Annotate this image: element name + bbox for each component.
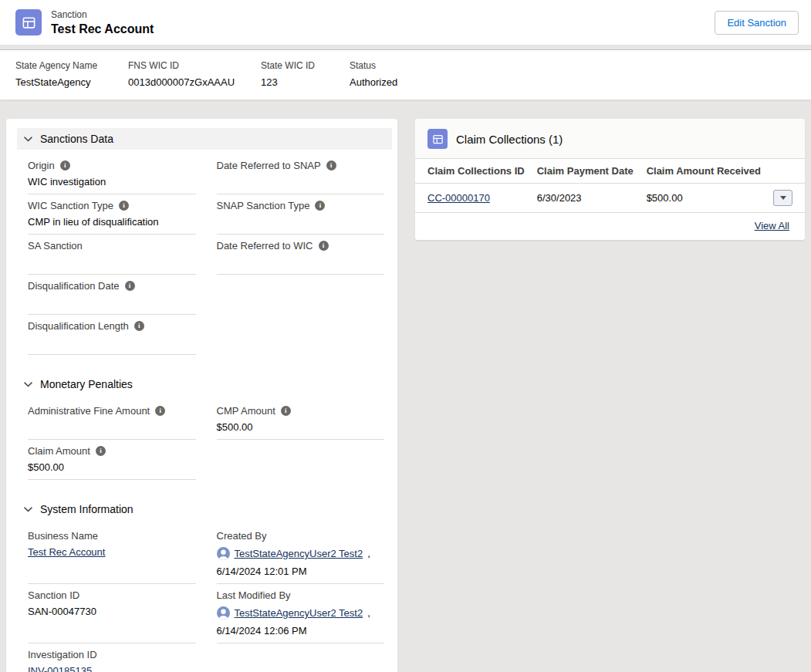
field-value	[217, 175, 385, 188]
field-label: Date Referred to SNAP	[217, 159, 385, 172]
field-investigation-id: Investigation ID INV-00185135	[28, 643, 196, 672]
field-sa-sanction: SA Sanction	[28, 235, 196, 275]
field-label: FNS WIC ID	[128, 60, 261, 71]
highlight-field-status: Status Authorized	[350, 60, 397, 89]
last-modified-date: 6/14/2024 12:06 PM	[217, 625, 385, 637]
field-claim-amount: Claim Amount $500.00	[28, 440, 196, 480]
related-list-footer: View All	[415, 213, 805, 240]
field-label: State WIC ID	[261, 60, 350, 71]
info-icon[interactable]	[60, 160, 70, 171]
edit-sanction-button[interactable]: Edit Sanction	[715, 11, 799, 35]
column-header-claim-collections-id: Claim Collections ID	[415, 159, 531, 184]
empty-slot	[217, 315, 385, 355]
business-name-link[interactable]: Test Rec Account	[28, 546, 105, 558]
created-by-date: 6/14/2024 12:01 PM	[217, 566, 385, 578]
field-snap-sanction-type: SNAP Sanction Type	[217, 194, 385, 235]
monetary-penalties-fields: Administrative Fine Amount CMP Amount $5…	[28, 400, 384, 480]
empty-slot	[217, 643, 385, 672]
field-origin: Origin WIC investigation	[28, 154, 196, 194]
cell-claim-amount-received: $500.00	[640, 184, 767, 213]
claim-collections-card: Claim Collections (1) Claim Collections …	[415, 119, 805, 240]
highlight-field-fns-wic-id: FNS WIC ID 0013d000007zGxAAAU	[128, 60, 261, 89]
field-label: Business Name	[28, 529, 196, 542]
created-by-user-link[interactable]: TestStateAgencyUser2 Test2	[235, 547, 363, 560]
field-value: WIC investigation	[28, 175, 196, 188]
chevron-down-icon	[23, 380, 33, 390]
comma-suffix: ,	[367, 606, 370, 620]
system-information-fields: Business Name Test Rec Account Created B…	[28, 525, 384, 672]
chevron-down-icon	[23, 134, 33, 144]
field-date-referred-to-snap: Date Referred to SNAP	[217, 154, 385, 194]
section-header-monetary-penalties[interactable]: Monetary Penalties	[17, 373, 392, 395]
field-cmp-amount: CMP Amount $500.00	[217, 400, 385, 440]
field-last-modified-by: Last Modified By TestStateAgencyUser2 Te…	[217, 584, 385, 643]
main-content: Sanctions Data Origin WIC investigation …	[0, 100, 811, 672]
cell-actions	[767, 184, 805, 213]
highlights-panel: State Agency Name TestStateAgency FNS WI…	[0, 49, 811, 100]
field-label: Origin	[28, 159, 196, 172]
comma-suffix: ,	[367, 547, 370, 560]
record-details-card: Sanctions Data Origin WIC investigation …	[6, 119, 397, 672]
field-administrative-fine-amount: Administrative Fine Amount	[28, 400, 196, 440]
investigation-id-link[interactable]: INV-00185135	[28, 665, 92, 672]
info-icon[interactable]	[326, 160, 336, 171]
cell-claim-collections-id: CC-00000170	[415, 184, 531, 213]
claim-collections-icon	[427, 129, 448, 149]
section-header-system-information[interactable]: System Information	[17, 498, 392, 520]
info-icon[interactable]	[315, 201, 325, 211]
field-business-name: Business Name Test Rec Account	[28, 525, 196, 584]
column-header-claim-payment-date: Claim Payment Date	[531, 159, 640, 184]
field-label: CMP Amount	[217, 404, 385, 417]
info-icon[interactable]	[155, 406, 165, 416]
field-wic-sanction-type: WIC Sanction Type CMP in lieu of disqual…	[28, 194, 196, 235]
view-all-link[interactable]: View All	[755, 220, 789, 231]
field-value: TestStateAgency	[15, 76, 128, 89]
field-label: Disqualification Date	[28, 279, 196, 292]
field-label: WIC Sanction Type	[28, 199, 196, 212]
info-icon[interactable]	[319, 241, 329, 251]
field-created-by: Created By TestStateAgencyUser2 Test2 , …	[217, 525, 385, 584]
chevron-down-icon	[23, 505, 33, 515]
section-title: Monetary Penalties	[40, 378, 133, 390]
field-label: State Agency Name	[15, 60, 128, 71]
last-modified-user-link[interactable]: TestStateAgencyUser2 Test2	[235, 606, 363, 620]
user-avatar-icon	[217, 606, 230, 620]
info-icon[interactable]	[125, 281, 135, 291]
info-icon[interactable]	[134, 321, 144, 331]
section-title: System Information	[40, 503, 133, 515]
highlight-field-state-agency-name: State Agency Name TestStateAgency	[15, 60, 128, 89]
field-value	[28, 336, 196, 349]
field-value: INV-00185135	[28, 664, 196, 672]
record-header: Sanction Test Rec Account Edit Sanction	[0, 0, 811, 46]
row-action-button[interactable]	[773, 190, 792, 206]
cell-claim-payment-date: 6/30/2023	[531, 184, 640, 213]
field-label: Claim Amount	[28, 444, 196, 458]
table-header-row: Claim Collections ID Claim Payment Date …	[415, 159, 805, 184]
field-disqualification-date: Disqualification Date	[28, 275, 196, 315]
section-header-sanctions-data[interactable]: Sanctions Data	[17, 128, 392, 150]
field-label: Administrative Fine Amount	[28, 404, 196, 417]
info-icon[interactable]	[281, 406, 291, 416]
info-icon[interactable]	[119, 201, 129, 211]
field-value: CMP in lieu of disqualification	[28, 215, 196, 228]
field-value: 123	[261, 76, 350, 89]
claim-collection-id-link[interactable]: CC-00000170	[427, 192, 490, 204]
field-value: SAN-00047730	[28, 605, 196, 618]
field-value: $500.00	[217, 420, 385, 434]
table-row: CC-00000170 6/30/2023 $500.00	[415, 184, 805, 213]
dropdown-arrow-icon	[780, 196, 786, 200]
highlight-field-state-wic-id: State WIC ID 123	[261, 60, 350, 89]
field-value: $500.00	[28, 461, 196, 474]
related-list-header: Claim Collections (1)	[415, 119, 805, 158]
last-modified-user-line: TestStateAgencyUser2 Test2 ,	[217, 606, 385, 620]
field-value	[28, 295, 196, 309]
info-icon[interactable]	[96, 446, 106, 456]
field-sanction-id: Sanction ID SAN-00047730	[28, 584, 196, 643]
field-value	[28, 255, 196, 268]
column-header-actions	[767, 159, 805, 184]
field-value: 0013d000007zGxAAAU	[128, 76, 261, 89]
field-value	[28, 420, 196, 434]
related-list-title: Claim Collections (1)	[456, 133, 563, 146]
empty-slot	[217, 440, 385, 480]
field-label: Investigation ID	[28, 648, 196, 661]
